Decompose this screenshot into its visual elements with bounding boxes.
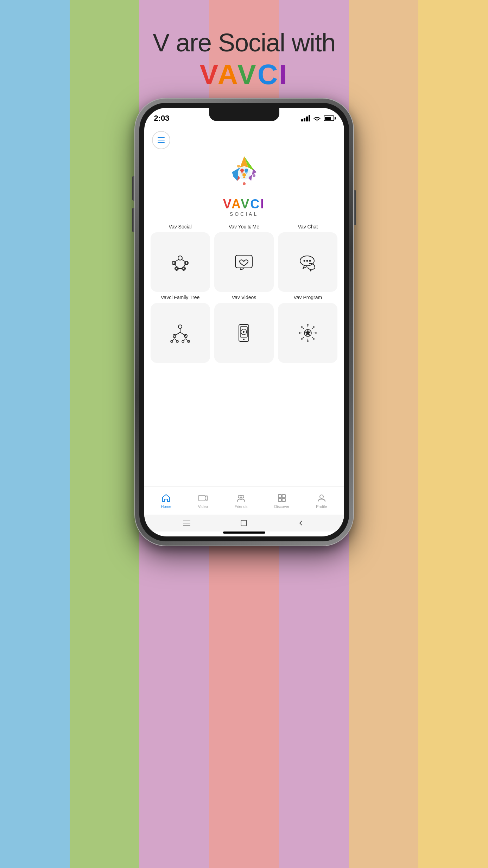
header-tagline: V are Social with	[0, 28, 488, 57]
svg-point-61	[313, 338, 315, 340]
nav-discover[interactable]: Discover	[274, 493, 289, 509]
video-nav-icon	[198, 493, 208, 503]
logo-v: V	[199, 59, 217, 90]
vav-social-label: Vav Social	[169, 224, 192, 229]
nav-home[interactable]: Home	[161, 493, 171, 509]
friends-label: Friends	[235, 504, 248, 509]
svg-point-70	[241, 495, 244, 498]
logo-c: C	[258, 59, 279, 90]
profile-icon	[317, 493, 327, 503]
phone-screen: 2:03	[144, 108, 344, 536]
svg-rect-74	[278, 498, 281, 502]
svg-point-57	[307, 340, 309, 342]
volume-up-button	[132, 176, 135, 201]
vav-videos-card[interactable]	[214, 303, 274, 363]
svg-point-4	[237, 165, 240, 168]
vav-chat-col: Vav Chat	[278, 224, 337, 292]
phone-screen-outer: 2:03	[139, 103, 349, 541]
power-button	[353, 190, 356, 225]
app-content: VAVCI SOCIAL Vav Social	[144, 126, 344, 536]
svg-line-39	[186, 339, 189, 341]
social-network-icon	[169, 251, 191, 273]
svg-point-8	[243, 182, 246, 185]
nav-friends[interactable]: Friends	[235, 493, 248, 509]
logo-i: I	[279, 59, 289, 90]
app-name-vavci: VAVCI	[223, 198, 265, 210]
svg-point-63	[301, 338, 303, 340]
grid-row-1: Vav Social	[151, 224, 338, 292]
svg-point-69	[238, 495, 241, 498]
vav-program-label: Vav Program	[293, 295, 322, 300]
battery-icon	[324, 115, 334, 121]
logo-v2: V	[237, 59, 257, 90]
stripe-1	[0, 0, 70, 868]
video-label: Video	[198, 504, 208, 509]
app-name-social: SOCIAL	[223, 211, 265, 217]
svg-rect-72	[278, 495, 281, 498]
nav-profile[interactable]: Profile	[316, 493, 327, 509]
grid-row-2: Vavci Family Tree	[151, 295, 338, 363]
home-label: Home	[161, 504, 171, 509]
vav-social-card[interactable]	[151, 232, 210, 292]
family-tree-card[interactable]	[151, 303, 210, 363]
svg-rect-80	[241, 520, 247, 526]
status-time: 2:03	[154, 114, 170, 123]
svg-line-55	[303, 337, 304, 338]
svg-point-46	[243, 339, 245, 340]
android-nav-bar	[144, 515, 344, 532]
wifi-icon	[313, 115, 321, 121]
family-tree-col: Vavci Family Tree	[151, 295, 210, 363]
app-name-text: VAVCI SOCIAL	[223, 198, 265, 217]
svg-point-7	[233, 174, 236, 177]
app-logo-area: VAVCI SOCIAL	[144, 149, 344, 224]
svg-rect-75	[282, 498, 285, 502]
svg-point-5	[248, 165, 251, 168]
svg-point-20	[185, 262, 188, 264]
logo-a: A	[218, 59, 237, 90]
menu-button[interactable]	[152, 131, 170, 149]
stripe-6	[349, 0, 418, 868]
app-grid: Vav Social	[144, 224, 344, 486]
android-menu-btn[interactable]	[183, 519, 191, 527]
phone-shell: 2:03	[135, 99, 353, 546]
heart-chat-icon	[233, 251, 255, 273]
vav-chat-card[interactable]	[278, 232, 337, 292]
program-icon	[297, 322, 319, 344]
header-logo-text: VAVCI	[0, 61, 488, 89]
discover-icon	[277, 493, 287, 503]
svg-point-76	[320, 495, 323, 498]
svg-point-1	[240, 169, 244, 172]
svg-point-60	[301, 326, 303, 328]
svg-line-53	[312, 337, 313, 338]
svg-point-62	[313, 326, 315, 328]
signal-icon	[301, 115, 310, 121]
svg-line-52	[303, 328, 304, 329]
svg-point-27	[309, 260, 311, 262]
svg-point-21	[176, 268, 178, 270]
android-home-btn[interactable]	[240, 519, 248, 527]
phone-mockup: 2:03	[135, 99, 353, 549]
bottom-navigation: Home Video	[144, 486, 344, 515]
stripe-7	[418, 0, 488, 868]
status-icons	[301, 115, 334, 121]
svg-point-58	[299, 332, 300, 334]
vav-social-col: Vav Social	[151, 224, 210, 292]
svg-point-28	[178, 325, 182, 328]
vav-program-col: Vav Program	[278, 295, 337, 363]
family-tree-icon	[169, 322, 191, 344]
svg-line-30	[175, 332, 180, 336]
vav-videos-col: Vav Videos	[214, 295, 274, 363]
vavci-star-logo	[223, 153, 265, 195]
svg-line-31	[180, 332, 186, 336]
vav-you-me-card[interactable]	[214, 232, 274, 292]
svg-point-19	[173, 262, 175, 264]
android-back-btn[interactable]	[297, 519, 305, 527]
family-tree-label: Vavci Family Tree	[161, 295, 199, 300]
svg-point-26	[306, 260, 308, 262]
svg-marker-45	[243, 331, 245, 333]
volume-down-button	[132, 208, 135, 232]
nav-video[interactable]: Video	[198, 493, 208, 509]
svg-line-14	[175, 259, 179, 262]
vav-program-card[interactable]	[278, 303, 337, 363]
profile-label: Profile	[316, 504, 327, 509]
